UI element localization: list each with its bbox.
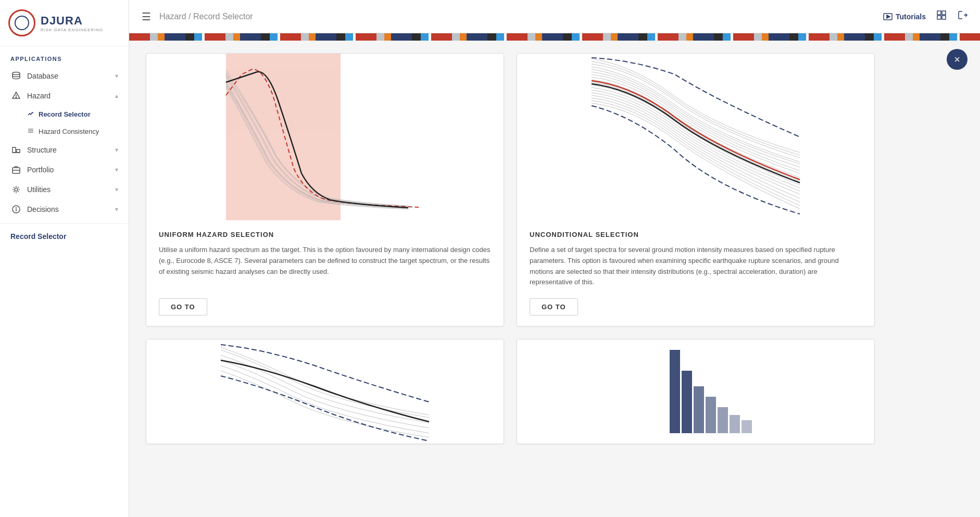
svg-rect-18	[942, 11, 946, 15]
card-uniform-hazard-desc: Utilise a uniform hazard spectrum as the…	[159, 245, 491, 288]
database-icon	[10, 71, 22, 81]
card-partial	[146, 339, 504, 444]
sidebar: DJURA RISK·DATA·ENGINEERING APPLICATIONS…	[0, 0, 129, 517]
logo-sub: RISK·DATA·ENGINEERING	[41, 28, 103, 32]
card-unconditional-image	[517, 54, 874, 220]
utilities-icon	[10, 185, 22, 194]
card-uniform-hazard-title: UNIFORM HAZARD SELECTION	[159, 231, 491, 238]
sidebar-item-hazard[interactable]: Hazard ▴	[0, 86, 129, 106]
cards-area: ×	[129, 41, 980, 517]
grid-icon[interactable]	[936, 10, 947, 23]
cards-grid: UNIFORM HAZARD SELECTION Utilise a unifo…	[146, 53, 875, 444]
sidebar-item-hazard-label: Hazard	[27, 92, 115, 100]
card-uniform-hazard: UNIFORM HAZARD SELECTION Utilise a unifo…	[146, 53, 504, 326]
hazard-consistency-icon	[27, 127, 34, 136]
sidebar-item-database[interactable]: Database ▾	[0, 66, 129, 86]
chevron-down-icon: ▾	[115, 72, 118, 80]
logout-icon[interactable]	[957, 10, 968, 23]
tutorials-icon	[883, 13, 893, 20]
card-bar	[517, 339, 875, 444]
svg-rect-27	[730, 415, 740, 433]
svg-rect-17	[937, 11, 941, 15]
structure-icon	[10, 145, 22, 155]
svg-marker-16	[887, 15, 890, 18]
sidebar-item-structure-label: Structure	[27, 146, 115, 154]
sidebar-item-portfolio-label: Portfolio	[27, 166, 115, 174]
applications-label: APPLICATIONS	[0, 46, 129, 66]
sidebar-item-database-label: Database	[27, 72, 115, 80]
breadcrumb-current: Record Selector	[193, 12, 253, 21]
hazard-icon	[10, 91, 22, 100]
logo: DJURA RISK·DATA·ENGINEERING	[0, 0, 129, 46]
tutorials-button[interactable]: Tutorials	[883, 12, 926, 21]
svg-point-11	[15, 188, 18, 191]
card-partial-image	[146, 339, 504, 444]
card-unconditional-desc: Define a set of target spectra for sever…	[530, 245, 862, 288]
chevron-up-icon: ▴	[115, 92, 118, 99]
close-button[interactable]: ×	[947, 49, 968, 70]
sidebar-footer-label: Record Selector	[0, 223, 129, 245]
sidebar-item-hazard-consistency-label: Hazard Consistency	[39, 128, 99, 135]
sidebar-item-portfolio[interactable]: Portfolio ▾	[0, 160, 129, 180]
card-uniform-hazard-go-to[interactable]: GO TO	[159, 298, 207, 316]
sidebar-item-utilities-label: Utilities	[27, 185, 115, 194]
sidebar-item-decisions-label: Decisions	[27, 205, 115, 213]
card-bar-image	[517, 339, 874, 444]
portfolio-icon	[10, 165, 22, 174]
svg-rect-21	[226, 54, 341, 220]
svg-rect-25	[706, 397, 716, 433]
sidebar-item-record-selector[interactable]: Record Selector	[0, 106, 129, 123]
logo-icon	[8, 9, 35, 36]
main-content: ☰ Hazard / Record Selector Tutorials	[129, 0, 980, 517]
sidebar-item-decisions[interactable]: Decisions ▾	[0, 199, 129, 219]
card-unconditional-body: UNCONDITIONAL SELECTION Define a set of …	[517, 220, 874, 326]
chevron-down-icon: ▾	[115, 186, 118, 193]
logo-name: DJURA	[41, 14, 103, 28]
chevron-down-icon: ▾	[115, 146, 118, 154]
decorative-stripe	[129, 33, 980, 41]
tutorials-label: Tutorials	[896, 12, 926, 21]
decisions-icon	[10, 205, 22, 214]
svg-rect-28	[742, 420, 752, 433]
svg-rect-19	[937, 16, 941, 19]
svg-rect-20	[942, 16, 946, 19]
svg-rect-26	[718, 407, 728, 433]
card-unconditional-go-to[interactable]: GO TO	[530, 298, 578, 316]
breadcrumb-root: Hazard	[159, 12, 186, 21]
card-unconditional: UNCONDITIONAL SELECTION Define a set of …	[517, 53, 875, 326]
hamburger-icon[interactable]: ☰	[142, 10, 151, 23]
sidebar-item-record-selector-label: Record Selector	[39, 110, 91, 118]
card-uniform-hazard-image	[146, 54, 504, 220]
header-actions: Tutorials	[883, 10, 968, 23]
breadcrumb-separator: /	[186, 12, 193, 21]
record-selector-icon	[27, 110, 34, 119]
sidebar-item-utilities[interactable]: Utilities ▾	[0, 180, 129, 199]
chevron-down-icon: ▾	[115, 166, 118, 173]
svg-rect-6	[12, 147, 16, 153]
sidebar-item-structure[interactable]: Structure ▾	[0, 140, 129, 160]
svg-rect-24	[694, 386, 704, 433]
breadcrumb: Hazard / Record Selector	[159, 12, 883, 21]
sidebar-item-hazard-consistency[interactable]: Hazard Consistency	[0, 123, 129, 140]
svg-rect-22	[670, 350, 680, 433]
svg-rect-23	[682, 371, 692, 433]
svg-point-2	[16, 97, 16, 97]
header: ☰ Hazard / Record Selector Tutorials	[129, 0, 980, 33]
svg-rect-7	[17, 149, 20, 153]
svg-point-0	[12, 72, 20, 75]
card-uniform-hazard-body: UNIFORM HAZARD SELECTION Utilise a unifo…	[146, 220, 504, 326]
chevron-down-icon: ▾	[115, 206, 118, 213]
card-unconditional-title: UNCONDITIONAL SELECTION	[530, 231, 862, 238]
